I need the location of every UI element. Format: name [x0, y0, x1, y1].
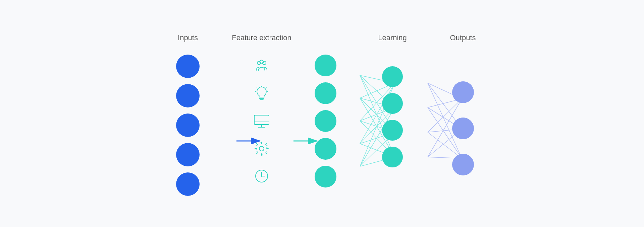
lightbulb-icon [252, 84, 272, 104]
gear-icon [252, 139, 272, 159]
layer1-node-3 [315, 110, 336, 132]
feature-icons [252, 55, 272, 186]
learning-label: Learning [378, 31, 407, 45]
input-node-1 [176, 55, 200, 78]
layer2-column: Learning [376, 31, 409, 167]
output-nodes [452, 55, 474, 175]
svg-point-50 [259, 146, 264, 151]
input-node-5 [176, 172, 200, 196]
outputs-column: Outputs [443, 31, 483, 175]
layer1-node-1 [315, 55, 336, 76]
svg-line-44 [257, 88, 257, 88]
svg-line-45 [266, 88, 267, 88]
feature-extraction-column: Feature extraction [235, 31, 288, 186]
layer2-nodes [382, 55, 403, 167]
inputs-nodes [176, 55, 200, 196]
inputs-label: Inputs [178, 31, 198, 45]
feature-extraction-label: Feature extraction [232, 31, 291, 45]
clock-icon [252, 166, 272, 186]
outputs-label: Outputs [450, 31, 476, 45]
svg-point-54 [261, 175, 262, 177]
diagram-container: Inputs Feature extraction [161, 24, 483, 203]
input-node-2 [176, 84, 200, 107]
layer1-nodes [315, 55, 336, 187]
layer1-column: L1 [309, 31, 342, 187]
layer2-node-1 [382, 66, 403, 87]
layer1-node-2 [315, 82, 336, 104]
svg-rect-46 [254, 115, 269, 125]
input-node-3 [176, 114, 200, 137]
layer2-node-3 [382, 120, 403, 141]
output-node-3 [452, 154, 474, 175]
layer2-node-4 [382, 147, 403, 167]
layer1-node-4 [315, 138, 336, 160]
input-node-4 [176, 143, 200, 166]
people-icon [252, 56, 272, 76]
layer1-node-5 [315, 166, 336, 187]
inputs-column: Inputs [161, 31, 215, 196]
monitor-icon [252, 111, 272, 131]
output-node-1 [452, 81, 474, 103]
layer1-label: L1 [321, 31, 329, 45]
layer2-node-2 [382, 93, 403, 114]
output-node-2 [452, 118, 474, 139]
